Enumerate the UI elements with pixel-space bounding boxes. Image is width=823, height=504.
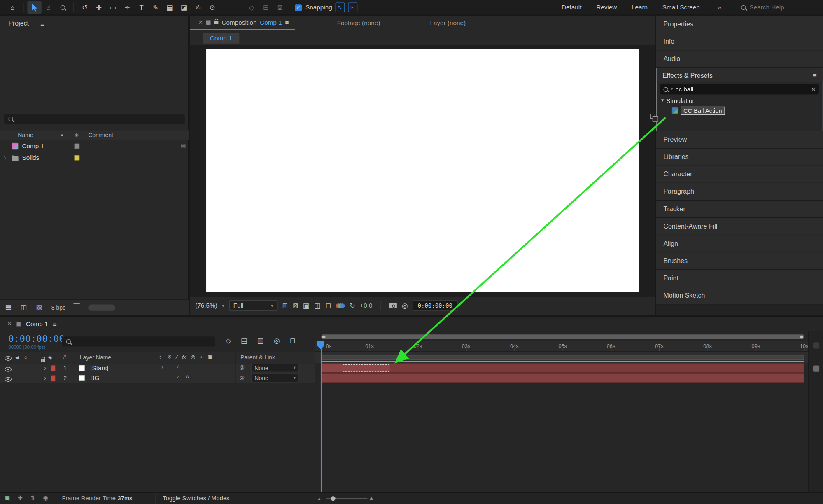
work-area-bar[interactable] [321, 355, 804, 360]
transfer-controls-icon[interactable] [30, 495, 35, 501]
column-name[interactable]: Name [18, 132, 33, 138]
layer-bar-stars[interactable] [321, 363, 804, 373]
project-flowchart-icon[interactable] [5, 304, 12, 311]
shy-icon[interactable] [159, 355, 163, 360]
layer-label-chip[interactable] [51, 375, 56, 382]
label-column-icon[interactable] [75, 132, 79, 138]
roto-brush-tool[interactable] [191, 1, 205, 14]
type-tool[interactable] [134, 1, 148, 14]
panel-tab-audio[interactable]: Audio [656, 50, 823, 68]
composition-mini-flowchart-icon[interactable] [226, 337, 231, 344]
index-column[interactable]: # [63, 355, 66, 361]
region-of-interest-icon[interactable] [303, 302, 310, 309]
viewer-timecode[interactable]: 0:00:00:00 [413, 300, 458, 311]
panel-tab-paint[interactable]: Paint [656, 270, 823, 287]
zoom-out-mountain-icon[interactable] [318, 496, 321, 501]
draft-3d-icon[interactable] [241, 337, 247, 344]
parent-dropdown[interactable]: None [251, 374, 299, 382]
chevron-down-icon[interactable] [222, 303, 224, 308]
composition-canvas[interactable] [206, 49, 639, 292]
panel-tab-tracker[interactable]: Tracker [656, 201, 823, 218]
layer-row-stars[interactable]: 1 [Stars] None [0, 363, 315, 373]
tab-footage[interactable]: Footage (none) [337, 19, 380, 27]
guides-icon[interactable] [325, 302, 331, 309]
layer-name-column[interactable]: Layer Name [80, 355, 111, 361]
quality-icon[interactable] [177, 355, 177, 360]
workspace-overflow[interactable]: » [707, 4, 732, 11]
add-icon[interactable] [18, 495, 23, 501]
solo-column-icon[interactable] [24, 355, 28, 360]
grid-options-icon[interactable] [282, 302, 288, 309]
rgb-channels-icon[interactable] [336, 303, 345, 308]
time-navigator-bar[interactable] [321, 334, 804, 339]
layer-label-chip[interactable] [51, 365, 56, 372]
eraser-tool[interactable] [177, 1, 191, 14]
clear-search-icon[interactable] [811, 86, 816, 92]
panel-tab-brushes[interactable]: Brushes [656, 252, 823, 270]
layer-name[interactable]: BG [90, 374, 99, 382]
visibility-eye-icon[interactable] [5, 367, 12, 371]
panel-tab-align[interactable]: Align [656, 235, 823, 252]
timeline-tab[interactable]: Comp 1 [0, 317, 823, 331]
project-item-solids[interactable]: Solids [0, 152, 189, 163]
layer-bar-bg[interactable] [321, 373, 804, 383]
lock-icon[interactable] [214, 21, 219, 24]
expand-chevron-icon[interactable] [4, 154, 6, 161]
visibility-eye-icon[interactable] [5, 377, 12, 381]
hand-tool[interactable] [42, 1, 56, 14]
effects-category-simulation[interactable]: Simulation [657, 96, 823, 105]
panel-tab-content-aware-fill[interactable]: Content-Aware Fill [656, 218, 823, 235]
selection-tool[interactable] [27, 1, 41, 14]
close-icon[interactable] [7, 321, 12, 327]
panel-menu-icon[interactable] [813, 72, 817, 79]
timeline-search-input[interactable] [74, 338, 211, 345]
frame-blending-icon[interactable] [274, 337, 280, 344]
live-update-icon[interactable] [43, 495, 48, 501]
tab-composition[interactable]: Composition Comp 1 [190, 16, 295, 30]
exposure-value[interactable]: +0,0 [360, 302, 372, 309]
zoom-select[interactable]: (76,5%) [195, 302, 217, 309]
reset-exposure-icon[interactable] [350, 302, 355, 309]
home-icon[interactable] [5, 1, 19, 14]
playhead-line[interactable] [321, 341, 322, 492]
effect-cc-ball-action[interactable]: CC Ball Action [657, 105, 823, 115]
color-depth-button[interactable]: 8 bpc [51, 304, 65, 310]
parent-pickwhip-icon[interactable] [239, 375, 245, 380]
pan-behind-tool[interactable] [92, 1, 106, 14]
search-options-chevron-icon[interactable] [671, 87, 673, 91]
snap-option-2-icon[interactable] [348, 2, 357, 12]
project-panel-title[interactable]: Project [8, 20, 29, 27]
workspace-small-screen[interactable]: Small Screen [655, 4, 707, 11]
fx-icon[interactable]: fx [182, 355, 186, 360]
rotation-tool[interactable] [78, 1, 92, 14]
brush-tool[interactable] [149, 1, 163, 14]
pen-tool[interactable] [120, 1, 134, 14]
new-preset-icon[interactable] [650, 114, 655, 119]
shape-tool[interactable] [106, 1, 120, 14]
resolution-select[interactable]: Full [229, 300, 277, 311]
snapping-checkbox[interactable] [295, 4, 302, 11]
toggle-switches-modes-button[interactable]: Toggle Switches / Modes [163, 495, 229, 501]
mask-visibility-icon[interactable] [293, 302, 298, 309]
timeline-zoom-handle[interactable] [331, 496, 335, 501]
time-ruler[interactable]: 0s 01s 02s 03s 04s 05s 06s 07s 08s 09s 1… [315, 341, 808, 352]
show-snapshot-icon[interactable] [402, 302, 408, 309]
layer-name[interactable]: [Stars] [90, 364, 108, 372]
panel-menu-icon[interactable] [53, 320, 57, 327]
project-item-comp1[interactable]: Comp 1 [0, 141, 189, 152]
project-search-input[interactable] [16, 116, 181, 122]
label-color-chip[interactable] [74, 155, 80, 161]
new-composition-icon[interactable] [36, 304, 42, 311]
frame-blend-icon[interactable] [191, 355, 195, 360]
layer-switch-icon[interactable] [161, 365, 165, 370]
new-folder-icon[interactable] [21, 304, 27, 311]
trash-icon[interactable] [75, 305, 79, 310]
panel-tab-libraries[interactable]: Libraries [656, 149, 823, 166]
parent-link-column[interactable]: Parent & Link [240, 355, 275, 361]
panel-tab-properties[interactable]: Properties [656, 16, 823, 33]
transparency-grid-icon[interactable] [314, 302, 321, 309]
label-column-icon[interactable] [48, 355, 52, 360]
panel-tab-info[interactable]: Info [656, 33, 823, 50]
workspace-default[interactable]: Default [554, 4, 589, 11]
chevron-down-icon[interactable] [661, 98, 664, 103]
